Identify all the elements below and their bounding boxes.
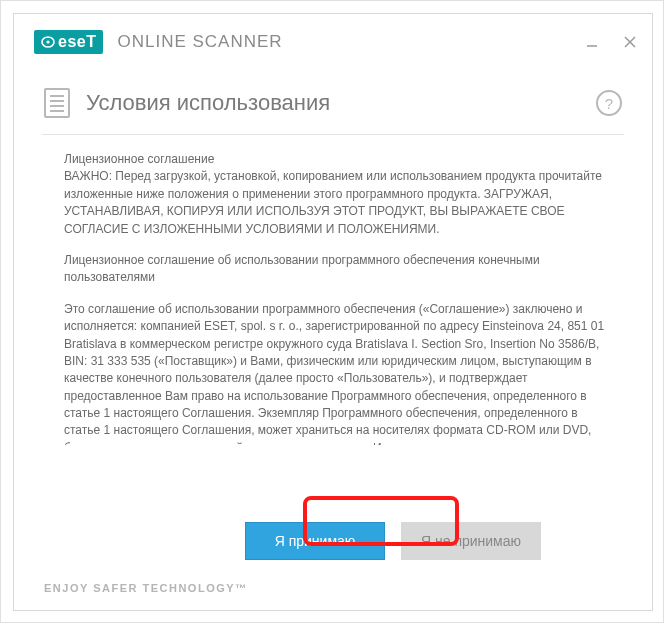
license-paragraph: Это соглашение об использовании программ… xyxy=(64,301,614,445)
accept-button[interactable]: Я принимаю xyxy=(245,522,385,560)
minimize-button[interactable] xyxy=(582,32,602,52)
page-title: Условия использования xyxy=(86,90,330,116)
license-paragraph: Лицензионное соглашение об использовании… xyxy=(64,252,614,287)
footer-tagline: ENJOY SAFER TECHNOLOGY™ xyxy=(14,570,652,610)
window-controls xyxy=(582,32,640,52)
separator xyxy=(42,134,624,135)
heading-row: Условия использования ? xyxy=(14,70,652,134)
logo-text: eseT xyxy=(58,33,96,51)
logo-mark-icon xyxy=(41,35,55,49)
close-button[interactable] xyxy=(620,32,640,52)
minimize-icon xyxy=(586,36,598,48)
app-window: eseT ONLINE SCANNER Условия использовани… xyxy=(13,13,653,611)
help-icon: ? xyxy=(605,95,613,112)
close-icon xyxy=(624,36,636,48)
document-icon xyxy=(44,88,70,118)
titlebar: eseT ONLINE SCANNER xyxy=(14,14,652,70)
app-title: ONLINE SCANNER xyxy=(117,32,282,52)
decline-button[interactable]: Я не принимаю xyxy=(401,522,541,560)
svg-point-1 xyxy=(46,40,49,43)
button-row: Я принимаю Я не принимаю xyxy=(74,504,664,570)
help-button[interactable]: ? xyxy=(596,90,622,116)
license-text-area[interactable]: Лицензионное соглашение ВАЖНО: Перед заг… xyxy=(42,145,624,445)
license-paragraph: Лицензионное соглашение ВАЖНО: Перед заг… xyxy=(64,151,614,238)
eset-logo: eseT xyxy=(34,30,103,54)
